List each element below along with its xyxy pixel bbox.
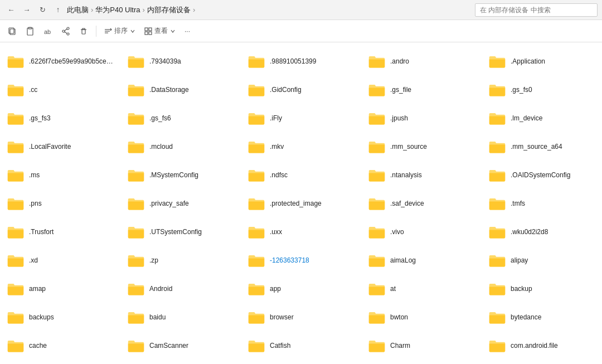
- more-button[interactable]: ···: [181, 23, 193, 39]
- refresh-button[interactable]: ↻: [36, 3, 49, 17]
- list-item[interactable]: .vivo: [361, 217, 482, 246]
- back-button[interactable]: ←: [4, 3, 18, 17]
- list-item[interactable]: com.android.file: [482, 331, 602, 360]
- list-item[interactable]: app: [241, 274, 361, 303]
- list-item[interactable]: .Application: [482, 47, 602, 75]
- list-item[interactable]: .ms: [0, 161, 120, 189]
- list-item[interactable]: .gs_file: [361, 75, 482, 104]
- list-item[interactable]: .uxx: [241, 217, 361, 246]
- file-name: .iFly: [270, 114, 355, 122]
- list-item[interactable]: .gs_fs0: [482, 75, 602, 104]
- list-item[interactable]: .privacy_safe: [120, 189, 241, 217]
- list-item[interactable]: .GidConfig: [241, 75, 361, 104]
- list-item[interactable]: baidu: [120, 303, 241, 331]
- file-name: .mkv: [270, 143, 355, 151]
- list-item[interactable]: .ndfsc: [241, 161, 361, 189]
- file-grid: .6226f7cbe59e99a90b5cef6f94f966fd .79340…: [0, 42, 602, 364]
- view-chevron-icon: [170, 28, 176, 34]
- search-box[interactable]: [475, 3, 598, 17]
- copy-button[interactable]: [4, 23, 20, 39]
- list-item[interactable]: .mm_source: [361, 132, 482, 161]
- folder-icon: [247, 253, 265, 268]
- breadcrumb-phone[interactable]: 华为P40 Ultra: [95, 5, 140, 15]
- list-item[interactable]: .mcloud: [120, 132, 241, 161]
- list-item[interactable]: .protected_image: [241, 189, 361, 217]
- list-item[interactable]: .OAIDSystemConfig: [482, 161, 602, 189]
- list-item[interactable]: .jpush: [361, 104, 482, 132]
- list-item[interactable]: CamScanner: [120, 331, 241, 360]
- list-item[interactable]: .LocalFavorite: [0, 132, 120, 161]
- list-item[interactable]: .iFly: [241, 104, 361, 132]
- file-name: .Trusfort: [29, 228, 114, 236]
- file-name: .6226f7cbe59e99a90b5cef6f94f966fd: [29, 57, 114, 65]
- list-item[interactable]: .988910051399: [241, 47, 361, 75]
- breadcrumb-pc[interactable]: 此电脑: [67, 5, 89, 15]
- list-item[interactable]: .gs_fs3: [0, 104, 120, 132]
- folder-icon: [127, 282, 145, 296]
- list-item[interactable]: alipay: [482, 246, 602, 274]
- file-name: at: [390, 285, 475, 293]
- list-item[interactable]: .ntanalysis: [361, 161, 482, 189]
- list-item[interactable]: .mkv: [241, 132, 361, 161]
- paste-button[interactable]: [22, 23, 38, 39]
- folder-icon: [488, 310, 506, 324]
- delete-button[interactable]: [76, 23, 91, 39]
- view-button[interactable]: 查看: [141, 23, 179, 39]
- file-name: .zp: [149, 256, 234, 264]
- file-name: .privacy_safe: [149, 200, 234, 207]
- list-item[interactable]: .pns: [0, 189, 120, 217]
- list-item[interactable]: .mm_source_a64: [482, 132, 602, 161]
- file-name: .gs_fs6: [149, 114, 234, 122]
- file-name: Catfish: [270, 342, 355, 350]
- svg-rect-17: [149, 32, 152, 35]
- list-item[interactable]: .DataStorage: [120, 75, 241, 104]
- sort-icon: [104, 27, 112, 35]
- list-item[interactable]: amap: [0, 274, 120, 303]
- list-item[interactable]: .wku0d2i2d8: [482, 217, 602, 246]
- list-item[interactable]: .andro: [361, 47, 482, 75]
- share-button[interactable]: [58, 23, 74, 39]
- folder-icon: [7, 225, 25, 239]
- list-item[interactable]: .gs_fs6: [120, 104, 241, 132]
- list-item[interactable]: -1263633718: [241, 246, 361, 274]
- list-item[interactable]: browser: [241, 303, 361, 331]
- list-item[interactable]: at: [361, 274, 482, 303]
- list-item[interactable]: .saf_device: [361, 189, 482, 217]
- more-label: ···: [185, 27, 190, 35]
- folder-icon: [247, 139, 265, 154]
- list-item[interactable]: backups: [0, 303, 120, 331]
- list-item[interactable]: Catfish: [241, 331, 361, 360]
- search-input[interactable]: [480, 6, 593, 14]
- list-item[interactable]: Charm: [361, 331, 482, 360]
- rename-button[interactable]: ab: [40, 23, 56, 39]
- list-item[interactable]: .xd: [0, 246, 120, 274]
- list-item[interactable]: Android: [120, 274, 241, 303]
- sort-button[interactable]: 排序: [101, 23, 139, 39]
- list-item[interactable]: cache: [0, 331, 120, 360]
- list-item[interactable]: .MSystemConfig: [120, 161, 241, 189]
- list-item[interactable]: .tmfs: [482, 189, 602, 217]
- up-button[interactable]: ↑: [51, 3, 65, 17]
- list-item[interactable]: bwton: [361, 303, 482, 331]
- file-name: .MSystemConfig: [149, 171, 234, 179]
- list-item[interactable]: aimaLog: [361, 246, 482, 274]
- folder-icon: [368, 139, 386, 154]
- folder-icon: [488, 253, 506, 268]
- list-item[interactable]: .cc: [0, 75, 120, 104]
- list-item[interactable]: .6226f7cbe59e99a90b5cef6f94f966fd: [0, 47, 120, 75]
- folder-icon: [7, 82, 25, 97]
- list-item[interactable]: .UTSystemConfig: [120, 217, 241, 246]
- list-item[interactable]: .zp: [120, 246, 241, 274]
- breadcrumb-storage[interactable]: 内部存储设备: [147, 5, 191, 15]
- list-item[interactable]: .7934039a: [120, 47, 241, 75]
- forward-button[interactable]: →: [20, 3, 33, 17]
- folder-icon: [7, 282, 25, 296]
- list-item[interactable]: .lm_device: [482, 104, 602, 132]
- list-item[interactable]: bytedance: [482, 303, 602, 331]
- list-item[interactable]: .Trusfort: [0, 217, 120, 246]
- list-item[interactable]: backup: [482, 274, 602, 303]
- file-name: .mcloud: [149, 143, 234, 151]
- paste-icon: [26, 27, 35, 36]
- folder-icon: [488, 168, 506, 182]
- file-name: .cc: [29, 86, 114, 94]
